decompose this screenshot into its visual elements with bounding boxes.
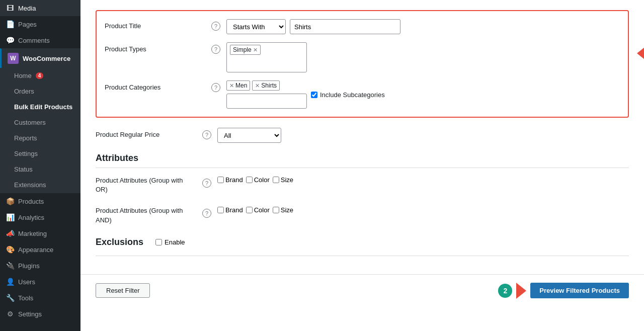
exclusions-heading: Exclusions	[96, 237, 143, 247]
sidebar: 🎞 Media 📄 Pages 💬 Comments W WooCommerce…	[0, 0, 80, 331]
sidebar-item-users[interactable]: 👤 Users	[0, 274, 80, 290]
sidebar-item-products[interactable]: 📦 Products	[0, 193, 80, 209]
product-title-condition-select[interactable]: Starts With Contains Ends With Equals	[226, 19, 286, 34]
tag-simple-remove[interactable]: ✕	[253, 47, 258, 53]
woo-icon: W	[8, 53, 19, 64]
sidebar-item-orders[interactable]: Orders	[0, 84, 80, 99]
tag-simple: Simple ✕	[230, 45, 261, 55]
sidebar-item-reports[interactable]: Reports	[0, 130, 80, 146]
sidebar-item-settings[interactable]: Settings	[0, 146, 80, 161]
sidebar-item-media[interactable]: 🎞 Media	[0, 0, 80, 16]
attr-group-or-label: Product Attributes (Group with OR)	[96, 176, 196, 194]
attr-or-checkboxes: Brand Color Size	[217, 176, 629, 184]
tag-men-remove[interactable]: ✕	[229, 83, 234, 89]
include-subcategories-label[interactable]: Include Subcategories	[320, 91, 385, 99]
attr-and-checkboxes: Brand Color Size	[217, 206, 629, 214]
product-types-tag-box[interactable]: Simple ✕	[226, 42, 307, 72]
product-title-label: Product Title	[105, 19, 205, 30]
product-title-input[interactable]	[290, 19, 400, 34]
exclusions-section: Exclusions Enable	[96, 237, 629, 256]
media-icon: 🎞	[6, 4, 14, 12]
preview-filtered-products-button[interactable]: Preview Filtered Products	[530, 283, 629, 298]
include-subcategories-checkbox[interactable]	[311, 92, 317, 98]
callout-1: 1 Values we have set on filtering option…	[637, 40, 644, 66]
filter-box: Product Title ? Starts With Contains End…	[96, 10, 629, 118]
brand-or-label[interactable]: Brand	[217, 176, 243, 184]
sidebar-item-comments[interactable]: 💬 Comments	[0, 32, 80, 48]
pages-icon: 📄	[6, 20, 14, 28]
brand-and-checkbox[interactable]	[217, 207, 224, 213]
tag-shirts-remove[interactable]: ✕	[255, 83, 260, 89]
attr-group-and-row: Product Attributes (Group with AND) ? Br…	[96, 206, 629, 224]
cat-input-box[interactable]	[226, 94, 307, 109]
brand-and-label[interactable]: Brand	[217, 206, 243, 214]
reset-filter-button[interactable]: Reset Filter	[96, 283, 150, 298]
product-categories-controls: ✕ Men ✕ Shirts	[226, 80, 620, 109]
product-categories-row: Product Categories ? ✕ Men ✕	[105, 80, 620, 109]
products-icon: 📦	[6, 197, 14, 205]
exclusions-row: Exclusions Enable	[96, 237, 629, 247]
size-and-label[interactable]: Size	[273, 206, 293, 214]
callout-1-arrow	[637, 45, 644, 61]
main-content: Product Title ? Starts With Contains End…	[80, 0, 644, 331]
size-or-checkbox[interactable]	[273, 177, 279, 183]
exclusions-enable-label[interactable]: Enable	[155, 238, 185, 246]
product-regular-price-label: Product Regular Price	[96, 128, 196, 138]
tools-icon: 🔧	[6, 294, 14, 302]
sidebar-item-status[interactable]: Status	[0, 161, 80, 177]
color-or-label[interactable]: Color	[246, 176, 270, 184]
callout-2-circle: 2	[498, 284, 512, 298]
color-or-checkbox[interactable]	[246, 177, 253, 183]
attributes-divider	[96, 168, 629, 168]
attr-group-or-row: Product Attributes (Group with OR) ? Bra…	[96, 176, 629, 194]
sidebar-item-settings-bottom[interactable]: ⚙ Settings	[0, 306, 80, 322]
attributes-heading: Attributes	[96, 153, 629, 163]
sidebar-item-appearance[interactable]: 🎨 Appearance	[0, 241, 80, 258]
sidebar-item-home[interactable]: Home 4	[0, 68, 80, 84]
product-title-row: Product Title ? Starts With Contains End…	[105, 19, 620, 34]
size-and-checkbox[interactable]	[273, 207, 279, 213]
product-categories-label: Product Categories	[105, 80, 205, 91]
woocommerce-submenu: Home 4 Orders Bulk Edit Products Custome…	[0, 68, 80, 193]
sidebar-item-customers[interactable]: Customers	[0, 115, 80, 130]
attr-or-help[interactable]: ?	[202, 179, 211, 188]
comments-icon: 💬	[6, 36, 14, 44]
filter-outer: Product Title ? Starts With Contains End…	[96, 10, 629, 118]
brand-or-checkbox[interactable]	[217, 177, 224, 183]
sidebar-item-plugins[interactable]: 🔌 Plugins	[0, 258, 80, 274]
woocommerce-brand[interactable]: W WooCommerce	[0, 48, 80, 68]
tag-shirts: ✕ Shirts	[252, 80, 280, 91]
product-title-help[interactable]: ?	[211, 22, 220, 31]
sidebar-item-tools[interactable]: 🔧 Tools	[0, 290, 80, 306]
product-title-controls: Starts With Contains Ends With Equals	[226, 19, 620, 34]
product-regular-price-controls: All Greater than Less than Equal to	[217, 128, 629, 143]
include-subcategories-wrap: Include Subcategories	[311, 91, 385, 99]
color-and-label[interactable]: Color	[246, 206, 270, 214]
attributes-section: Attributes Product Attributes (Group wit…	[96, 153, 629, 225]
home-badge: 4	[36, 72, 44, 79]
sidebar-item-bulk-edit[interactable]: Bulk Edit Products	[0, 99, 80, 115]
callout-2-arrow	[516, 283, 526, 299]
product-regular-price-select[interactable]: All Greater than Less than Equal to	[217, 128, 281, 143]
product-regular-price-help[interactable]: ?	[202, 130, 211, 139]
exclusions-divider	[96, 256, 629, 256]
sidebar-item-pages[interactable]: 📄 Pages	[0, 16, 80, 32]
tag-men: ✕ Men	[226, 80, 250, 91]
attr-group-and-label: Product Attributes (Group with AND)	[96, 206, 196, 224]
attr-and-help[interactable]: ?	[202, 209, 211, 218]
plugins-icon: 🔌	[6, 262, 14, 270]
product-regular-price-row: Product Regular Price ? All Greater than…	[96, 128, 629, 143]
color-and-checkbox[interactable]	[246, 207, 253, 213]
appearance-icon: 🎨	[6, 245, 14, 254]
exclusions-enable-checkbox[interactable]	[155, 239, 162, 245]
product-categories-help[interactable]: ?	[211, 83, 220, 92]
sidebar-item-marketing[interactable]: 📣 Marketing	[0, 225, 80, 241]
sidebar-item-analytics[interactable]: 📊 Analytics	[0, 209, 80, 225]
analytics-icon: 📊	[6, 213, 14, 221]
product-types-row: Product Types ? Simple ✕	[105, 42, 620, 72]
cat-tags: ✕ Men ✕ Shirts	[226, 80, 307, 91]
product-types-help[interactable]: ?	[211, 45, 220, 54]
sidebar-item-extensions[interactable]: Extensions	[0, 177, 80, 193]
content-wrap: Product Title ? Starts With Contains End…	[80, 0, 644, 274]
size-or-label[interactable]: Size	[273, 176, 293, 184]
